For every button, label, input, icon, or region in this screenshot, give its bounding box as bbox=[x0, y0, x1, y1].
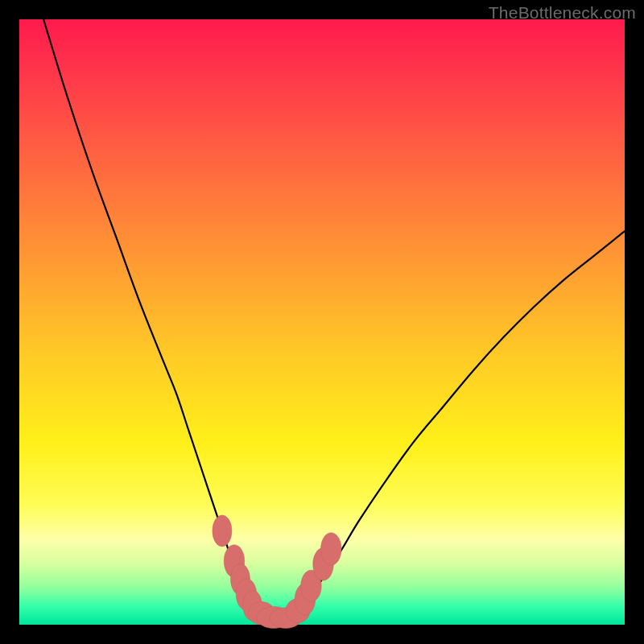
bottleneck-marker bbox=[321, 533, 342, 566]
curve-right-curve bbox=[291, 231, 625, 620]
bottleneck-marker bbox=[213, 515, 232, 547]
chart-svg bbox=[19, 19, 625, 625]
chart-frame bbox=[19, 19, 625, 625]
marker-group bbox=[213, 515, 341, 629]
curve-group bbox=[43, 19, 625, 620]
curve-left-curve bbox=[43, 19, 267, 620]
